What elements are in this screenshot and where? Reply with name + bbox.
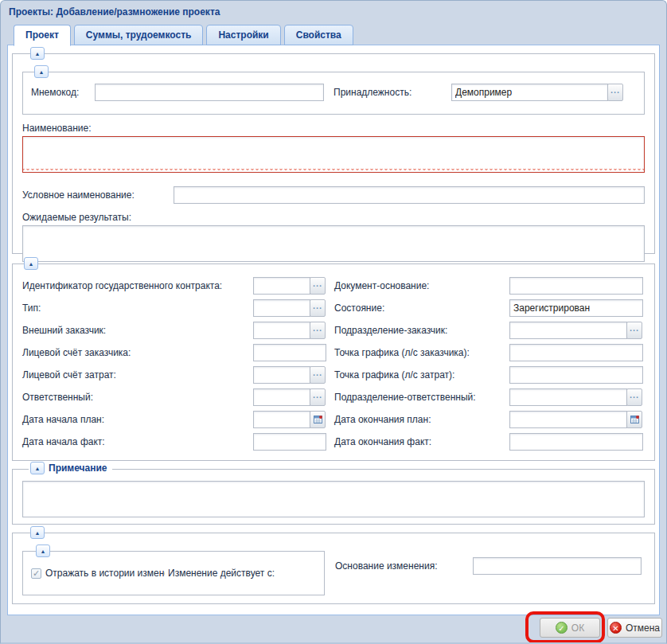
gov-contract-id-lookup-button[interactable]: ... xyxy=(310,277,326,295)
responsible-division-label: Подразделение-ответственный: xyxy=(334,392,509,403)
collapse-section-history-button[interactable]: ▲ xyxy=(36,544,50,557)
responsible-field: ... xyxy=(253,388,326,406)
name-label: Наименование: xyxy=(22,123,645,134)
cost-account-label: Лицевой счёт затрат: xyxy=(22,369,253,381)
section-details: ▲ Идентификатор государственного контрак… xyxy=(12,263,655,461)
tab-sums-labor[interactable]: Суммы, трудоемкость xyxy=(74,25,204,45)
section-change: ▲ ▲ ✓ Отражать в истории изменений Измен… xyxy=(12,533,655,604)
end-date-plan-calendar-button[interactable] xyxy=(626,411,642,428)
external-customer-lookup-button[interactable]: ... xyxy=(310,322,326,339)
check-icon: ✓ xyxy=(33,568,40,578)
end-date-fact-input xyxy=(509,433,643,451)
responsible-division-input[interactable] xyxy=(509,388,627,406)
schedule-point-cost-field xyxy=(509,366,643,384)
schedule-point-customer-input xyxy=(509,344,643,361)
name-textarea[interactable] xyxy=(22,136,645,173)
ellipsis-icon: ... xyxy=(630,323,639,333)
responsible-lookup-button[interactable]: ... xyxy=(310,388,326,406)
start-date-fact-field xyxy=(253,433,326,451)
form-row: Дата начала план: Дата окончания план: xyxy=(22,411,645,428)
ok-button[interactable]: ✓ ОК xyxy=(540,618,600,638)
ellipsis-icon: ... xyxy=(610,85,620,95)
tab-settings[interactable]: Настройки xyxy=(206,25,280,45)
belonging-field: ... xyxy=(451,84,623,101)
state-label: Состояние: xyxy=(334,302,509,314)
customer-division-lookup-button[interactable]: ... xyxy=(626,322,642,339)
type-lookup-button[interactable]: ... xyxy=(310,299,326,317)
schedule-point-cost-label: Точка графика (л/с затрат): xyxy=(334,369,509,381)
responsible-division-lookup-button[interactable]: ... xyxy=(626,388,642,406)
external-customer-label: Внешний заказчик: xyxy=(22,325,253,336)
conditional-name-input[interactable] xyxy=(174,186,645,204)
section-history: ▲ ✓ Отражать в истории изменений Изменен… xyxy=(22,551,325,595)
collapse-icon: ▲ xyxy=(35,466,41,471)
form-row: Внешний заказчик: ... Подразделение-зака… xyxy=(22,322,645,339)
dialog-window: Проекты: Добавление/размножение проекта … xyxy=(0,0,667,644)
base-document-field xyxy=(509,277,643,295)
cost-account-input[interactable] xyxy=(253,366,310,384)
cost-account-lookup-button[interactable]: ... xyxy=(310,366,326,384)
type-input[interactable] xyxy=(253,299,310,317)
effective-from-label: Изменение действует с: xyxy=(168,568,275,579)
dialog-title: Проекты: Добавление/размножение проекта xyxy=(1,1,666,23)
start-date-plan-input[interactable] xyxy=(253,411,310,428)
note-legend: ▲ Примечание xyxy=(29,462,112,474)
end-date-plan-label: Дата окончания план: xyxy=(334,414,509,425)
ellipsis-icon: ... xyxy=(313,368,322,377)
change-reason-label: Основание изменения: xyxy=(335,560,473,572)
responsible-division-field: ... xyxy=(509,388,643,406)
mnemo-label: Мнемокод: xyxy=(31,87,95,98)
tab-properties[interactable]: Свойства xyxy=(284,25,353,45)
belonging-label: Принадлежность: xyxy=(334,87,451,98)
section-main: ▲ ▲ Мнемокод: Принадлежность: ... Наимен… xyxy=(12,53,655,254)
customer-account-input xyxy=(253,344,326,361)
ellipsis-icon: ... xyxy=(313,390,322,400)
collapse-icon: ▲ xyxy=(35,51,41,57)
customer-division-field: ... xyxy=(509,322,643,339)
expected-results-textarea[interactable] xyxy=(22,225,645,262)
belonging-lookup-button[interactable]: ... xyxy=(607,84,623,101)
collapse-section-main-button[interactable]: ▲ xyxy=(30,47,45,60)
schedule-point-cost-input xyxy=(509,366,643,384)
belonging-input[interactable] xyxy=(451,84,608,101)
collapse-section-mnemo-button[interactable]: ▲ xyxy=(34,65,49,78)
ellipsis-icon: ... xyxy=(313,279,322,288)
customer-division-label: Подразделение-заказчик: xyxy=(334,325,509,336)
customer-division-input[interactable] xyxy=(509,322,627,339)
base-document-input[interactable] xyxy=(509,277,643,295)
history-checkbox[interactable]: ✓ xyxy=(31,568,41,579)
external-customer-input[interactable] xyxy=(253,322,310,339)
end-date-fact-field xyxy=(509,433,643,451)
collapse-section-change-button[interactable]: ▲ xyxy=(30,526,45,539)
customer-account-field xyxy=(253,344,326,361)
start-date-fact-label: Дата начала факт: xyxy=(22,436,253,447)
external-customer-field: ... xyxy=(253,322,326,339)
collapse-section-details-button[interactable]: ▲ xyxy=(24,257,38,270)
mnemo-input[interactable] xyxy=(95,84,324,101)
tab-project[interactable]: Проект xyxy=(14,25,71,46)
form-row: Лицевой счёт затрат: ... Точка графика (… xyxy=(22,366,645,384)
end-date-plan-field xyxy=(509,411,643,428)
cancel-x-icon: ✕ xyxy=(610,622,622,634)
tab-strip: Проект Суммы, трудоемкость Настройки Сво… xyxy=(14,25,353,45)
form-row: Идентификатор государственного контракта… xyxy=(22,277,645,295)
start-date-plan-field xyxy=(253,411,326,428)
responsible-input[interactable] xyxy=(253,388,310,406)
note-textarea[interactable] xyxy=(22,481,645,517)
base-document-label: Документ-основание: xyxy=(334,280,509,291)
ok-check-icon: ✓ xyxy=(556,622,568,634)
collapse-section-note-button[interactable]: ▲ xyxy=(30,462,45,474)
gov-contract-id-input[interactable] xyxy=(253,277,310,295)
collapse-icon: ▲ xyxy=(39,69,45,75)
form-row: Лицевой счёт заказчика: Точка графика (л… xyxy=(22,344,645,361)
ellipsis-icon: ... xyxy=(630,390,639,400)
calendar-icon xyxy=(630,414,640,424)
change-reason-input[interactable] xyxy=(473,557,642,575)
cancel-button[interactable]: ✕ Отмена xyxy=(607,618,662,638)
start-date-plan-calendar-button[interactable] xyxy=(310,411,326,428)
note-legend-label: Примечание xyxy=(49,463,107,474)
conditional-name-label: Условное наименование: xyxy=(22,189,174,201)
collapse-icon: ▲ xyxy=(29,261,34,267)
ok-button-label: ОК xyxy=(571,623,584,634)
end-date-plan-input[interactable] xyxy=(509,411,627,428)
